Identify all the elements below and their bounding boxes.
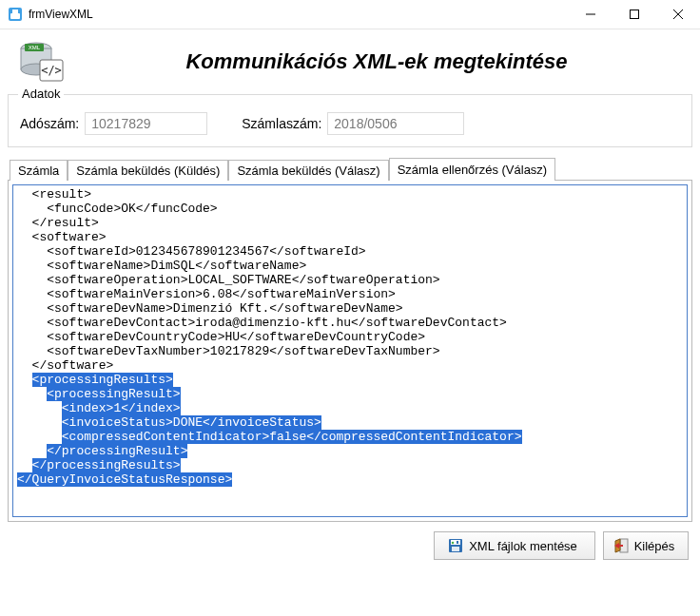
data-groupbox: Adatok Adószám: Számlaszám: <box>8 94 692 147</box>
exit-icon <box>613 538 629 553</box>
svg-rect-16 <box>452 547 459 551</box>
footer-buttons: XML fájlok mentése Kilépés <box>0 522 700 569</box>
groupbox-legend: Adatok <box>18 87 64 101</box>
window-controls <box>569 0 700 29</box>
svg-point-18 <box>452 542 455 545</box>
tab-strip: SzámlaSzámla beküldés (Küldés)Számla bek… <box>8 157 692 180</box>
invoice-number-input[interactable] <box>327 112 464 135</box>
svg-rect-4 <box>631 10 639 19</box>
invoice-number-label: Számlaszám: <box>242 116 321 131</box>
xml-viewer[interactable]: <result> <funcCode>OK</funcCode> </resul… <box>12 184 688 517</box>
floppy-icon <box>448 538 463 553</box>
titlebar: frmViewXML <box>0 0 700 29</box>
window-title: frmViewXML <box>29 8 93 21</box>
tab-1[interactable]: Számla beküldés (Küldés) <box>68 160 228 181</box>
close-button[interactable] <box>656 0 700 29</box>
app-icon <box>8 7 23 22</box>
page-title: Kommunikációs XML-ek megtekintése <box>68 49 685 74</box>
page-header: XML </> Kommunikációs XML-ek megtekintés… <box>0 29 700 90</box>
tab-panel: <result> <funcCode>OK</funcCode> </resul… <box>8 180 692 522</box>
save-xml-button[interactable]: XML fájlok mentése <box>434 531 595 560</box>
exit-label: Kilépés <box>634 539 675 553</box>
xml-content: <result> <funcCode>OK</funcCode> </resul… <box>13 185 687 489</box>
logo-icon: XML </> <box>15 39 68 85</box>
maximize-button[interactable] <box>612 0 656 29</box>
tab-0[interactable]: Számla <box>10 160 68 181</box>
svg-rect-17 <box>457 541 458 544</box>
tax-number-input[interactable] <box>85 112 207 135</box>
tab-2[interactable]: Számla beküldés (Válasz) <box>228 160 388 181</box>
tax-number-label: Adószám: <box>20 116 79 131</box>
tab-3[interactable]: Számla ellenőrzés (Válasz) <box>389 158 556 181</box>
svg-text:XML: XML <box>29 45 41 50</box>
exit-button[interactable]: Kilépés <box>603 531 689 560</box>
svg-rect-2 <box>12 10 18 13</box>
svg-text:</>: </> <box>41 64 62 77</box>
svg-rect-1 <box>10 13 20 19</box>
save-xml-label: XML fájlok mentése <box>469 539 577 553</box>
minimize-button[interactable] <box>569 0 612 29</box>
